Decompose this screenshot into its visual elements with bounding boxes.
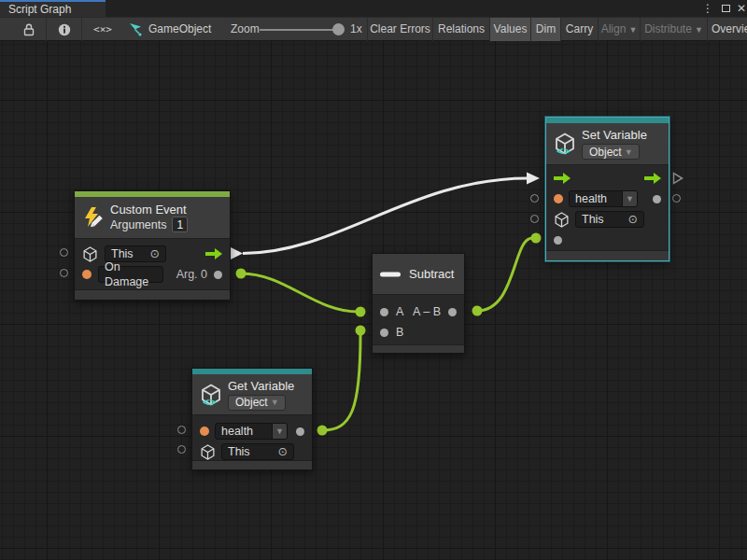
window-menu-icon[interactable]: ⋮ — [701, 0, 714, 17]
node-footer — [75, 289, 230, 300]
value-port-gray[interactable] — [214, 271, 222, 279]
clear-errors-button[interactable]: Clear Errors — [367, 18, 433, 41]
code-preview-button[interactable]: <×> — [82, 18, 123, 41]
value-port-orange[interactable] — [200, 427, 209, 436]
port-circle[interactable] — [60, 269, 68, 277]
flow-output-arrow-icon[interactable] — [205, 248, 222, 259]
output-port[interactable] — [448, 308, 457, 316]
event-name-field[interactable]: On Damage — [98, 266, 163, 283]
value-port-orange[interactable] — [554, 194, 563, 203]
node-subtract[interactable]: Subtract A A – B B — [372, 253, 465, 354]
tab-script-graph[interactable]: Script Graph — [0, 0, 106, 17]
zoom-value: 1x — [350, 18, 362, 41]
input-b-label: B — [396, 326, 403, 339]
port-circle[interactable] — [530, 194, 539, 203]
node-get-variable[interactable]: <> Get Variable Object ▼ health ▼ — [191, 368, 313, 470]
wire-subtract-to-setvar[interactable] — [472, 233, 542, 316]
info-button[interactable] — [47, 18, 82, 41]
output-label: A – B — [413, 305, 441, 318]
node-footer — [546, 250, 669, 260]
arg0-label: Arg. 0 — [176, 268, 207, 281]
target-field[interactable]: This ⊙ — [221, 443, 294, 460]
input-port-value[interactable] — [554, 236, 562, 245]
arguments-label: Arguments — [110, 218, 166, 231]
port-circle[interactable] — [177, 445, 186, 454]
object-picker-icon[interactable]: ⊙ — [278, 444, 288, 459]
carry-button[interactable]: Carry — [561, 18, 599, 41]
wire-getvar-to-b[interactable] — [317, 326, 366, 436]
gameobject-cube-icon — [82, 246, 98, 262]
values-button[interactable]: Values — [490, 18, 531, 41]
output-port[interactable] — [653, 195, 661, 203]
wire-control-flow[interactable] — [230, 173, 540, 260]
variable-name-dropdown[interactable]: health ▼ — [215, 423, 288, 440]
lock-button[interactable] — [11, 18, 47, 41]
subtract-minus-icon — [380, 272, 401, 277]
code-icon: <×> — [93, 23, 112, 35]
node-title: Subtract — [409, 267, 454, 281]
chevron-down-icon: ▼ — [625, 147, 633, 157]
value-port-orange[interactable] — [82, 270, 92, 279]
node-footer — [192, 460, 312, 469]
custom-event-icon — [82, 206, 105, 229]
tab-strip: Script Graph ⋮ ✕ — [0, 0, 747, 17]
zoom-slider-track[interactable] — [260, 29, 343, 31]
variable-kind-dropdown[interactable]: Object ▼ — [582, 144, 640, 160]
variable-name-dropdown[interactable]: health ▼ — [569, 190, 638, 207]
node-title: Get Variable — [228, 379, 294, 393]
graph-owner-icon — [129, 22, 144, 36]
variable-kind-dropdown[interactable]: Object ▼ — [228, 395, 286, 411]
chevron-down-icon[interactable]: ▼ — [272, 424, 287, 439]
variable-cube-icon: <> — [200, 384, 222, 406]
node-custom-event[interactable]: Custom Event Arguments 1 This ⊙ — [74, 190, 231, 301]
dim-button[interactable]: Dim — [531, 18, 561, 41]
node-footer — [373, 344, 464, 353]
target-field[interactable]: This ⊙ — [575, 211, 644, 228]
overview-button[interactable]: Overview — [708, 18, 747, 41]
flow-output-arrow-icon[interactable] — [644, 173, 661, 184]
input-port-b[interactable] — [380, 329, 388, 337]
chevron-down-icon: ▼ — [628, 25, 637, 35]
port-triangle[interactable] — [672, 172, 684, 185]
node-title: Set Variable — [582, 128, 647, 142]
zoom-label: Zoom — [231, 18, 260, 41]
gameobject-cube-icon — [554, 212, 570, 228]
flow-input-arrow-icon[interactable] — [554, 173, 571, 184]
variable-cube-icon: <> — [554, 133, 576, 155]
lock-icon — [23, 23, 35, 36]
gameobject-cube-icon — [200, 444, 216, 460]
input-a-label: A — [396, 305, 403, 318]
align-button[interactable]: Align▼ — [599, 18, 641, 41]
graph-owner-label[interactable]: GameObject — [148, 18, 211, 41]
node-title: Custom Event — [110, 203, 188, 217]
node-set-variable[interactable]: <> Set Variable Object ▼ — [545, 117, 669, 261]
port-circle[interactable] — [177, 426, 186, 434]
port-circle[interactable] — [530, 215, 539, 223]
wire-arg0-to-a[interactable] — [236, 269, 366, 317]
unity-script-graph-window: Script Graph ⋮ ✕ <×> GameObject — [0, 0, 747, 560]
chevron-down-icon: ▼ — [695, 25, 703, 35]
chevron-down-icon: ▼ — [271, 398, 279, 407]
distribute-button[interactable]: Distribute▼ — [641, 18, 708, 41]
chevron-down-icon[interactable]: ▼ — [622, 191, 637, 206]
info-icon — [58, 23, 71, 36]
close-icon[interactable]: ✕ — [735, 0, 747, 17]
port-circle[interactable] — [672, 194, 681, 203]
port-circle[interactable] — [60, 248, 68, 257]
arguments-count-field[interactable]: 1 — [172, 217, 188, 232]
input-port-a[interactable] — [380, 308, 388, 316]
zoom-slider-handle[interactable] — [332, 23, 345, 35]
graph-canvas[interactable]: Custom Event Arguments 1 This ⊙ — [0, 41, 747, 560]
output-port[interactable] — [296, 427, 304, 436]
object-picker-icon[interactable]: ⊙ — [628, 212, 638, 227]
relations-button[interactable]: Relations — [433, 18, 490, 41]
maximize-icon[interactable] — [718, 0, 733, 17]
graph-toolbar: <×> GameObject Zoom 1x Clear Errors Rela… — [0, 17, 747, 41]
